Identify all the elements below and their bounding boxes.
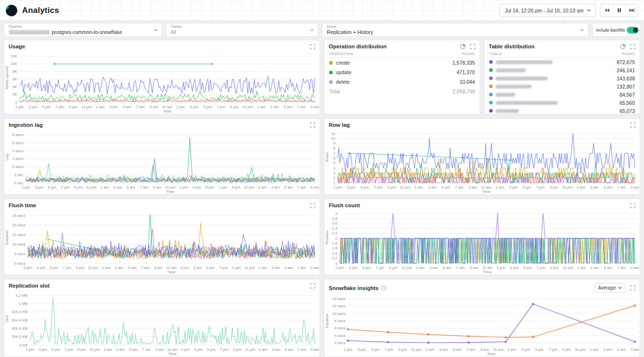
- svg-text:7 pm: 7 pm: [63, 266, 71, 270]
- pie-view-button[interactable]: [620, 44, 626, 49]
- expand-button[interactable]: [470, 44, 475, 49]
- mode-label: Mode: [327, 25, 577, 29]
- redacted-table-name: [496, 77, 548, 80]
- svg-text:3 am: 3 am: [115, 266, 124, 270]
- svg-text:3 secs: 3 secs: [12, 156, 23, 161]
- expand-button[interactable]: [310, 283, 315, 289]
- svg-text:614.4 KB: 614.4 KB: [12, 318, 27, 323]
- svg-text:11 pm: 11 pm: [244, 185, 254, 190]
- svg-text:11 pm: 11 pm: [575, 347, 586, 352]
- card-title: Replication slot: [9, 283, 50, 289]
- svg-text:7 am: 7 am: [467, 347, 475, 352]
- app-logo: [6, 5, 17, 16]
- svg-text:3: 3: [333, 171, 335, 175]
- svg-text:1 pm: 1 pm: [15, 105, 24, 109]
- row-label: delete: [336, 79, 350, 85]
- svg-text:3 am: 3 am: [271, 185, 280, 190]
- expand-icon: [310, 283, 315, 289]
- svg-text:9 am: 9 am: [310, 266, 319, 270]
- svg-text:9 am: 9 am: [480, 347, 489, 352]
- expand-button[interactable]: [630, 203, 635, 208]
- svg-text:2 secs: 2 secs: [12, 165, 23, 169]
- svg-text:1 pm: 1 pm: [181, 347, 190, 352]
- svg-text:5 pm: 5 pm: [523, 185, 531, 190]
- rewind-button[interactable]: [600, 4, 613, 16]
- pie-view-button[interactable]: [460, 44, 466, 49]
- svg-text:6 secs: 6 secs: [334, 326, 345, 330]
- aggregate-select[interactable]: Average: [594, 283, 626, 293]
- svg-text:11 pm: 11 pm: [411, 347, 422, 352]
- svg-text:3 pm: 3 pm: [347, 185, 356, 190]
- svg-text:1 am: 1 am: [104, 347, 112, 352]
- expand-button[interactable]: [310, 44, 315, 49]
- svg-text:7 pm: 7 pm: [217, 105, 225, 109]
- skip-forward-button[interactable]: [625, 4, 638, 16]
- pipeline-value: postgres-common-to-snowflake: [52, 29, 122, 35]
- svg-text:9 am: 9 am: [310, 105, 319, 109]
- svg-text:3 pm: 3 pm: [510, 266, 518, 270]
- include-backfills-label: Include backfills: [596, 28, 625, 33]
- pipeline-select[interactable]: Pipeline postgres-common-to-snowflake: [4, 23, 162, 37]
- row-lag-chart[interactable]: 12345678910111 pm3 pm5 pm7 pm9 pm11 pm1 …: [324, 128, 640, 194]
- mode-select[interactable]: Mode Replication + History: [322, 23, 588, 37]
- svg-text:1 pm: 1 pm: [496, 266, 505, 270]
- svg-text:2 secs: 2 secs: [334, 341, 345, 345]
- pause-icon: [617, 8, 621, 12]
- svg-text:409.6 KB: 409.6 KB: [12, 326, 27, 331]
- pie-chart-icon: [620, 44, 626, 49]
- svg-text:5 secs: 5 secs: [14, 252, 25, 256]
- svg-text:3 am: 3 am: [428, 185, 437, 190]
- svg-text:7 am: 7 am: [455, 185, 464, 190]
- date-range-picker[interactable]: Jul 14, 12:26 pm - Jul 16, 10:13 am: [499, 4, 596, 17]
- series-marker-icon: [329, 80, 333, 84]
- expand-button[interactable]: [630, 44, 635, 49]
- pause-button[interactable]: [613, 4, 625, 16]
- backfills-toggle[interactable]: [627, 27, 639, 33]
- svg-text:9 pm: 9 pm: [398, 347, 407, 352]
- redacted-table-name: [496, 68, 526, 72]
- usage-chart[interactable]: 02K4K6K8K10K12K1 pm3 pm5 pm7 pm9 pm11 pm…: [4, 50, 320, 114]
- replication-slot-chart[interactable]: 0 KB204.8 KB409.6 KB614.4 KB819.2 KB1 MB…: [4, 289, 320, 357]
- svg-text:Rows synced: Rows synced: [5, 67, 9, 89]
- ingestion-lag-chart[interactable]: 0 sec1 sec2 secs3 secs4 secs5 secs6 secs…: [4, 128, 320, 194]
- svg-text:5 pm: 5 pm: [371, 347, 380, 352]
- svg-text:7 pm: 7 pm: [219, 266, 228, 270]
- flush-time-card: Flush time 0 secs5 secs10 secs15 secs20 …: [4, 199, 320, 275]
- card-title: Operation distribution: [329, 44, 387, 49]
- svg-text:7 am: 7 am: [298, 266, 306, 270]
- row-lag-card: Row lag 12345678910111 pm3 pm5 pm7 pm9 p…: [324, 118, 640, 195]
- help-icon[interactable]: ?: [381, 285, 386, 290]
- expand-button[interactable]: [630, 285, 635, 290]
- expand-button[interactable]: [630, 123, 635, 128]
- svg-text:11 pm: 11 pm: [88, 266, 98, 270]
- svg-text:7 am: 7 am: [298, 347, 306, 352]
- svg-text:11 am: 11 am: [166, 266, 177, 270]
- replication-slot-card: Replication slot 0 KB204.8 KB409.6 KB614…: [4, 279, 320, 357]
- redacted-text: [9, 30, 50, 34]
- flush-time-chart[interactable]: 0 secs5 secs10 secs15 secs20 secs25 secs…: [4, 209, 320, 275]
- svg-text:7 am: 7 am: [297, 105, 306, 109]
- svg-text:9 pm: 9 pm: [78, 347, 86, 352]
- usage-card: Usage 02K4K6K8K10K12K1 pm3 pm5 pm7 pm9 p…: [4, 40, 320, 114]
- svg-text:9 pm: 9 pm: [550, 266, 559, 270]
- svg-text:1 MB: 1 MB: [19, 301, 28, 306]
- svg-text:9: 9: [333, 141, 335, 145]
- svg-text:Size: Size: [5, 315, 9, 323]
- card-title: Table distribution: [489, 44, 535, 49]
- svg-text:7 am: 7 am: [136, 105, 145, 109]
- flush-count-chart[interactable]: 11.21.41.61.822.22.42.62.831 pm3 pm5 pm7…: [324, 209, 640, 275]
- row-value: 10,044: [460, 79, 475, 85]
- filter-bar: Pipeline postgres-common-to-snowflake Ta…: [4, 23, 640, 36]
- include-backfills-control[interactable]: Include backfills: [592, 23, 640, 37]
- svg-text:5 pm: 5 pm: [360, 185, 369, 190]
- expand-button[interactable]: [310, 123, 315, 128]
- snowflake-insights-chart[interactable]: 2 secs4 secs6 secs8 secs10 secs12 secs14…: [324, 293, 640, 357]
- svg-text:Duration: Duration: [325, 313, 329, 328]
- tables-select[interactable]: Tables All: [166, 23, 318, 37]
- svg-text:11 pm: 11 pm: [244, 266, 255, 270]
- flush-count-card: Flush count 11.21.41.61.822.22.42.62.831…: [324, 199, 640, 275]
- redacted-table-name: [496, 101, 557, 105]
- expand-icon: [310, 44, 315, 49]
- svg-text:9 am: 9 am: [153, 185, 161, 190]
- expand-button[interactable]: [310, 203, 315, 208]
